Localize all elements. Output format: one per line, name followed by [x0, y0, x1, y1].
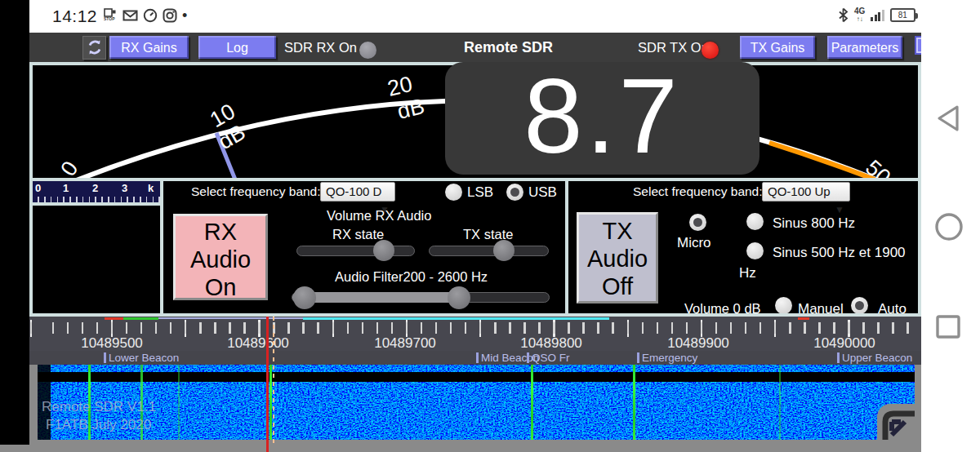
refresh-button[interactable] [82, 36, 106, 60]
freq-tick-label: 10489900 [649, 335, 747, 351]
rx-gains-button[interactable]: RX Gains [109, 36, 189, 59]
sdr-rx-status-knob[interactable] [359, 42, 376, 59]
tx-audio-toggle-button[interactable]: TX Audio Off [577, 212, 658, 304]
app-title: Remote SDR [464, 39, 553, 56]
volume-rx-audio-label: Volume RX Audio [327, 208, 431, 224]
frequency-ruler[interactable]: 10489500 10489600 10489700 10489800 1048… [29, 317, 921, 351]
tx-state-slider-track[interactable] [429, 246, 549, 256]
nav-home-button[interactable] [933, 210, 965, 246]
marker-qso-fr: QSO Fr [527, 352, 570, 364]
band-segment-red2 [798, 317, 809, 320]
expand-arrow-icon [877, 404, 915, 440]
rx-state-label: RX state [332, 227, 384, 242]
tx-gains-button[interactable]: TX Gains [740, 36, 815, 59]
lsb-radio[interactable] [445, 184, 462, 201]
signal-line [779, 365, 781, 440]
rx-band-select-label: Select frequency band: [191, 184, 321, 199]
signal-line [270, 365, 272, 440]
nav-back-button[interactable] [933, 102, 964, 138]
band-segment-cyan [303, 317, 609, 320]
ruler-minor-ticks [29, 322, 921, 334]
freq-tick-label: 10490000 [795, 335, 893, 351]
app-toolbar: RX Gains Log SDR RX On Remote SDR SDR TX… [29, 33, 921, 62]
gauge-app-icon [143, 8, 158, 23]
rx-state-slider-thumb[interactable] [373, 240, 394, 261]
signal-line [531, 365, 533, 440]
signal-line [178, 365, 180, 440]
smeter-value-display: 8.7 [445, 62, 760, 175]
signal-strength-icon [871, 9, 884, 21]
rx-state-slider-track[interactable] [296, 246, 415, 256]
battery-indicator: 81 [890, 8, 915, 22]
manuel-label: Manuel [798, 301, 844, 313]
freq-tick-label: 10489500 [63, 335, 161, 351]
audio-scale-label: k [148, 182, 154, 194]
audio-scale-label: 2 [92, 182, 98, 194]
system-status-icons: 4G↑↓ 81 [838, 7, 915, 23]
tx-band-select[interactable]: QO-100 Up▼ [762, 182, 850, 202]
sinus-800-label: Sinus 800 Hz [773, 215, 855, 232]
usb-label: USB [528, 184, 557, 201]
sinus-500-1900-label: Sinus 500 Hz et 1900 [773, 245, 906, 261]
sinus-500-1900-radio[interactable] [746, 242, 764, 259]
android-nav-bar [921, 33, 980, 452]
screen-left-edge [0, 0, 29, 445]
screen-bottom-edge [0, 445, 921, 452]
manuel-radio[interactable] [775, 297, 792, 313]
tx-frequency-cursor [273, 317, 274, 445]
audio-spectrum-panel: 0 1 2 3 k [33, 181, 160, 313]
gauge-unit-20: dB [395, 94, 427, 124]
band-segment-red [105, 317, 123, 320]
audio-filter-label: Audio Filter200 - 2600 Hz [335, 269, 488, 285]
auto-radio[interactable] [851, 297, 868, 313]
home-circle-icon [933, 210, 965, 243]
app-author-watermark: F1ATB July 2020 [46, 417, 151, 433]
instagram-icon [163, 8, 177, 23]
parameters-button[interactable]: Parameters [827, 36, 902, 59]
svg-text:STOP: STOP [104, 16, 115, 21]
log-button[interactable]: Log [198, 36, 276, 59]
tx-volume-label: Volume 0 dB [684, 301, 761, 313]
tx-band-select-label: Select frequency band: [633, 184, 763, 199]
gmail-icon [122, 8, 138, 23]
freq-tick-label: 10489800 [502, 335, 600, 351]
audio-scale-label: 3 [122, 182, 127, 194]
sdr-tx-toggle-label: SDR TX On [638, 40, 709, 55]
sdr-tx-status-led[interactable] [702, 42, 719, 59]
refresh-icon [86, 38, 104, 56]
band-segment-green [123, 317, 158, 320]
auto-label: Auto [878, 301, 906, 313]
marker-lower-beacon: Lower Beacon [104, 352, 179, 364]
android-status-bar: 14:12 STOP • [29, 0, 980, 33]
waterfall-display[interactable]: Remote SDR V1.1 F1ATB July 2020 [38, 365, 915, 440]
micro-radio[interactable] [689, 214, 706, 231]
band-marker-strip: Lower Beacon Mid Beacon QSO Fr Emergency… [29, 351, 921, 365]
band-segment-lavender [158, 317, 303, 319]
nav-recents-button[interactable] [933, 312, 964, 346]
waterfall-expand-handle[interactable] [877, 404, 915, 440]
rx-band-select[interactable]: QO-100 D▼ [320, 182, 395, 202]
tx-state-slider-thumb[interactable] [493, 240, 514, 261]
audio-filter-low-thumb[interactable] [293, 286, 316, 309]
rx-audio-toggle-button[interactable]: RX Audio On [173, 214, 268, 300]
gauge-label-50: 50 [861, 155, 895, 178]
sdr-rx-toggle-label: SDR RX On [284, 40, 357, 55]
audio-scale-label: 1 [63, 182, 69, 194]
panel-divider [33, 202, 160, 206]
stopcovid-app-icon: STOP [103, 8, 118, 23]
audio-frequency-scale: 0 1 2 3 k [33, 181, 160, 202]
rx-frequency-cursor[interactable] [266, 317, 269, 452]
sinus-500-1900-label-wrap: Hz [739, 265, 756, 281]
gauge-label-0: 0 [56, 157, 82, 178]
waterfall-frame: Remote SDR V1.1 F1ATB July 2020 [29, 365, 921, 445]
notification-icons: STOP • [103, 8, 187, 23]
marker-upper-beacon: Upper Beacon [837, 352, 912, 364]
network-4g-indicator: 4G↑↓ [854, 7, 865, 23]
recents-square-icon [933, 312, 964, 343]
sinus-800-radio[interactable] [746, 213, 764, 230]
usb-radio[interactable] [506, 184, 523, 201]
waterfall-noise [38, 365, 915, 440]
remote-sdr-screen: 14:12 STOP • [0, 0, 980, 452]
audio-filter-range-fill [292, 292, 460, 303]
audio-filter-high-thumb[interactable] [448, 286, 470, 309]
